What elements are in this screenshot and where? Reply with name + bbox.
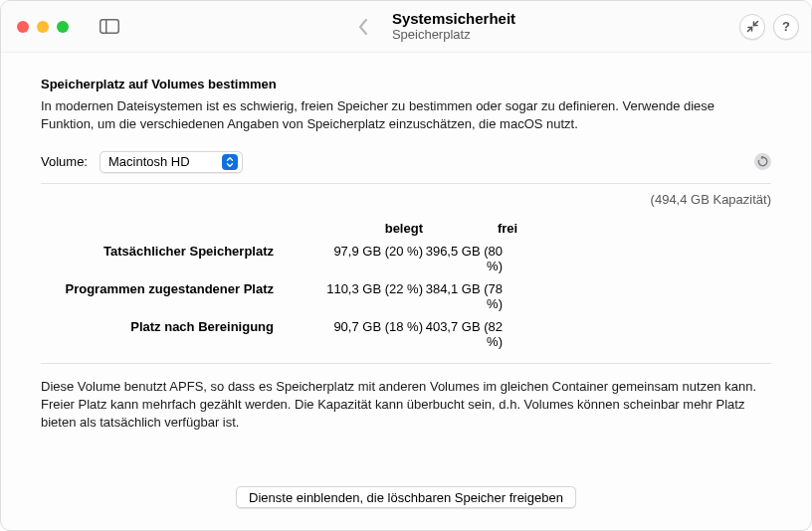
help-button[interactable]: ? xyxy=(773,14,799,40)
volume-select-value: Macintosh HD xyxy=(108,154,216,169)
close-window-button[interactable] xyxy=(17,21,29,33)
window-controls xyxy=(17,21,69,33)
section-description: In modernen Dateisystemen ist es schwier… xyxy=(41,97,771,133)
window-subtitle: Speicherplatz xyxy=(392,28,515,43)
table-row: Programmen zugestandener Platz 110,3 GB … xyxy=(41,277,771,315)
volume-select[interactable]: Macintosh HD xyxy=(100,151,243,173)
row-free: 384,1 GB (78 %) xyxy=(423,277,572,315)
refresh-icon xyxy=(757,156,768,167)
title-block: Systemsicherheit Speicherplatz xyxy=(392,10,515,42)
footer: Dienste einblenden, die löschbaren Speic… xyxy=(41,486,771,512)
volume-row: Volume: Macintosh HD xyxy=(41,151,771,183)
back-button[interactable] xyxy=(348,14,378,40)
refresh-button[interactable] xyxy=(754,153,771,170)
row-free: 403,7 GB (82 %) xyxy=(423,315,572,353)
row-used: 110,3 GB (22 %) xyxy=(274,277,423,315)
minimize-window-button[interactable] xyxy=(37,21,49,33)
row-free: 396,5 GB (80 %) xyxy=(423,240,572,277)
toggle-sidebar-button[interactable] xyxy=(95,14,124,40)
window: Systemsicherheit Speicherplatz ? xyxy=(0,0,812,531)
content: Speicherplatz auf Volumes bestimmen In m… xyxy=(1,53,811,530)
window-title: Systemsicherheit xyxy=(392,10,515,27)
chevron-up-down-icon xyxy=(222,154,238,170)
zoom-window-button[interactable] xyxy=(57,21,69,33)
show-services-button[interactable]: Dienste einblenden, die löschbaren Speic… xyxy=(236,486,576,508)
show-services-button-label: Dienste einblenden, die löschbaren Speic… xyxy=(249,490,563,505)
column-header-used: belegt xyxy=(274,217,423,240)
row-label: Programmen zugestandener Platz xyxy=(41,277,274,315)
volume-field-label: Volume: xyxy=(41,154,88,169)
collapse-button[interactable] xyxy=(739,14,765,40)
capacity-label: (494,4 GB Kapazität) xyxy=(41,184,771,217)
column-header-free: frei xyxy=(423,217,572,240)
svg-rect-0 xyxy=(101,20,119,34)
toolbar: Systemsicherheit Speicherplatz ? xyxy=(1,1,811,53)
row-used: 97,9 GB (20 %) xyxy=(274,240,423,277)
row-used: 90,7 GB (18 %) xyxy=(274,315,423,353)
section-title: Speicherplatz auf Volumes bestimmen xyxy=(41,77,771,91)
table-row: Tatsächlicher Speicherplatz 97,9 GB (20 … xyxy=(41,240,771,277)
row-label: Tatsächlicher Speicherplatz xyxy=(41,240,274,277)
table-row: Platz nach Bereinigung 90,7 GB (18 %) 40… xyxy=(41,315,771,353)
question-mark-icon: ? xyxy=(782,19,790,34)
row-label: Platz nach Bereinigung xyxy=(41,315,274,353)
apfs-note: Diese Volume benutzt APFS, so dass es Sp… xyxy=(41,364,771,433)
storage-table: belegt frei Tatsächlicher Speicherplatz … xyxy=(41,217,771,353)
